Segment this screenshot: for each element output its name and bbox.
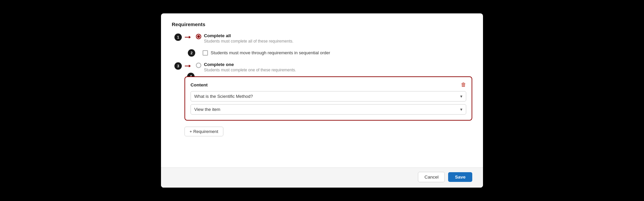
svg-marker-3 [189, 65, 191, 67]
sequential-label: Students must move through requirements … [211, 50, 330, 55]
svg-marker-1 [189, 36, 191, 39]
card-title: Content [191, 82, 208, 87]
select-text-1: What is the Scientific Method? [194, 94, 253, 99]
option-complete-all[interactable]: 1 Complete all Students must complete al… [184, 32, 472, 45]
option-complete-one[interactable]: 3 Complete one Students must complete on… [184, 61, 472, 74]
option-sublabel-1: Students must complete all of these requ… [204, 39, 293, 44]
add-requirement-button[interactable]: + Requirement [184, 127, 223, 136]
card-header: Content 🗑 [191, 82, 466, 88]
section-title: Requirements [172, 21, 472, 27]
option-text-complete-one: Complete one Students must complete one … [204, 62, 296, 72]
option-text-complete-all: Complete all Students must complete all … [204, 33, 293, 44]
arrow-icon-1 [184, 34, 191, 41]
modal-footer: Cancel Save [161, 168, 483, 188]
chevron-down-icon-2: ▾ [460, 107, 463, 112]
modal-container: Requirements 1 Complete all Students mus… [161, 13, 483, 188]
radio-circle-3[interactable] [196, 63, 201, 68]
save-button[interactable]: Save [448, 172, 472, 182]
select-view-item[interactable]: View the item ▾ [191, 104, 466, 115]
select-text-2: View the item [194, 107, 220, 112]
trash-icon[interactable]: 🗑 [461, 82, 466, 88]
radio-circle-1[interactable] [196, 34, 201, 39]
badge-1: 1 [174, 34, 182, 41]
requirement-card: Content 🗑 What is the Scientific Method?… [184, 76, 472, 121]
cancel-button[interactable]: Cancel [418, 172, 445, 182]
arrow-icon-3 [184, 62, 191, 70]
select-scientific-method[interactable]: What is the Scientific Method? ▾ [191, 91, 466, 102]
badge-2: 2 [188, 49, 195, 57]
option-label-3: Complete one [204, 62, 296, 67]
option-sequential[interactable]: 2 Students must move through requirement… [193, 47, 472, 59]
chevron-down-icon-1: ▾ [460, 94, 463, 99]
option-sublabel-3: Students must complete one of these requ… [204, 68, 296, 72]
radio-complete-all[interactable]: Complete all Students must complete all … [196, 33, 293, 44]
modal-body: Requirements 1 Complete all Students mus… [161, 13, 483, 168]
radio-complete-one[interactable]: Complete one Students must complete one … [196, 62, 296, 72]
requirements-outer: 1 Complete all Students must complete al… [172, 32, 472, 141]
badge-3: 3 [174, 62, 182, 70]
option-label-1: Complete all [204, 33, 293, 38]
sequential-checkbox[interactable] [203, 50, 208, 56]
